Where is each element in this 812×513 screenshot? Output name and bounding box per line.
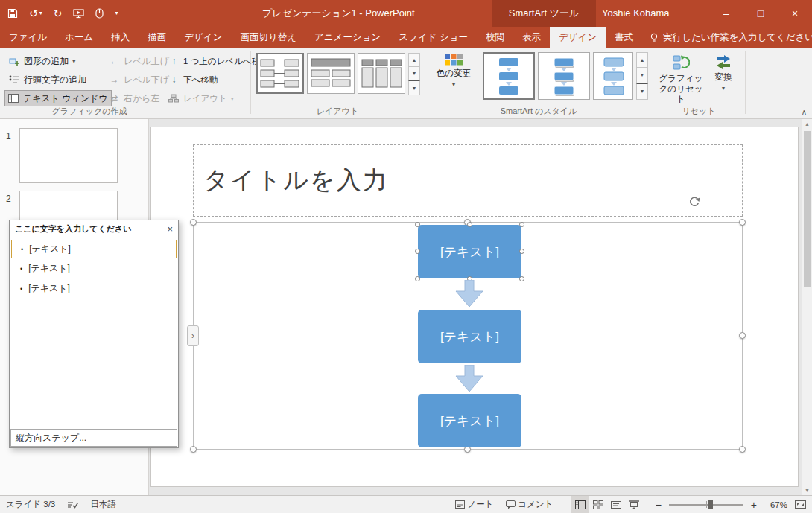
tab-slideshow[interactable]: スライド ショー	[390, 27, 477, 48]
layout-gallery-more-button[interactable]: ▼	[408, 80, 420, 95]
scrollbar-thumb[interactable]	[804, 131, 811, 287]
notes-button[interactable]: ノート	[455, 499, 494, 510]
layout-gallery-down-button[interactable]: ▼	[408, 67, 420, 80]
scroll-up-icon[interactable]: ▲	[802, 121, 812, 127]
shape-resize-handle[interactable]	[415, 222, 420, 227]
close-icon[interactable]: ×	[167, 223, 173, 235]
style-thumb-3-diagram	[594, 54, 632, 98]
convert-button[interactable]: 変換 ▾	[706, 52, 740, 92]
collapse-ribbon-button[interactable]: ∧	[802, 108, 807, 116]
tab-animations[interactable]: アニメーション	[305, 27, 390, 48]
right-to-left-button[interactable]: ⇄ 右から左	[106, 90, 163, 106]
reset-graphic-button[interactable]: グラフィックのリセット	[657, 52, 705, 104]
tell-me-box[interactable]: 実行したい作業を入力してください	[642, 27, 812, 48]
maximize-button[interactable]: □	[743, 0, 778, 27]
change-colors-button[interactable]: 色の変更 ▾	[431, 52, 477, 88]
layout-thumb-3[interactable]	[358, 53, 405, 94]
styles-gallery-up-button[interactable]: ▲	[636, 52, 648, 68]
view-normal-button[interactable]	[571, 496, 589, 513]
comments-button[interactable]: コメント	[506, 499, 554, 510]
slide-1-thumbnail[interactable]	[19, 128, 118, 183]
account-name[interactable]: Yoshie Kohama	[602, 0, 670, 27]
down-arrow-shape-1[interactable]	[454, 280, 485, 308]
move-down-button[interactable]: ↓ 下へ移動	[165, 71, 221, 88]
undo-button[interactable]: ↺▾	[29, 8, 42, 19]
shape-resize-handle[interactable]	[467, 222, 472, 227]
tab-insert[interactable]: 挿入	[102, 27, 139, 48]
window-title: プレゼンテーション1 - PowerPoint	[262, 0, 415, 27]
down-arrow-shape-2[interactable]	[454, 365, 485, 393]
scroll-down-icon[interactable]: ▼	[802, 488, 812, 493]
shape-resize-handle[interactable]	[519, 276, 524, 281]
smartart-shape-1[interactable]: [テキスト]	[418, 225, 521, 278]
text-pane-icon	[8, 94, 19, 103]
text-pane-item-2[interactable]: • [テキスト]	[10, 258, 178, 278]
move-up-icon: ↑	[168, 56, 180, 66]
styles-gallery-down-button[interactable]: ▼	[636, 68, 648, 83]
change-colors-icon	[445, 54, 463, 66]
tab-home[interactable]: ホーム	[56, 27, 102, 48]
view-slide-sorter-button[interactable]	[589, 496, 607, 513]
resize-handle[interactable]	[739, 446, 746, 453]
tab-draw[interactable]: 描画	[139, 27, 175, 48]
text-pane-item-1[interactable]: • [テキスト]	[11, 240, 177, 258]
smartart-shape-3[interactable]: [テキスト]	[418, 394, 521, 447]
layout-thumb-2[interactable]	[307, 53, 355, 94]
smartart-style-thumb-2[interactable]	[538, 52, 590, 100]
styles-gallery-more-button[interactable]: ▼	[636, 83, 648, 100]
tab-review[interactable]: 校閲	[477, 27, 513, 48]
resize-handle[interactable]	[190, 446, 197, 453]
zoom-in-button[interactable]: +	[749, 499, 759, 511]
text-pane-toggle-button[interactable]: テキスト ウィンドウ	[4, 90, 112, 106]
title-placeholder[interactable]: タイトルを入力	[193, 144, 743, 217]
rotate-handle-icon[interactable]	[688, 195, 701, 208]
layout-button[interactable]: レイアウト ▾	[165, 90, 237, 106]
start-from-beginning-button[interactable]	[73, 9, 84, 19]
resize-handle[interactable]	[739, 332, 746, 339]
minimize-button[interactable]: –	[709, 0, 743, 27]
shape-resize-handle[interactable]	[519, 222, 524, 227]
layout-thumb-1[interactable]	[256, 53, 304, 94]
resize-handle[interactable]	[739, 219, 746, 226]
smartart-style-thumb-1[interactable]	[483, 52, 535, 100]
spell-check-button[interactable]	[67, 500, 78, 509]
text-pane-collapse-tab[interactable]: ›	[187, 325, 199, 346]
slide-canvas[interactable]: タイトルを入力 › [テキスト]	[150, 127, 799, 487]
redo-button[interactable]: ↻	[54, 8, 63, 19]
tab-smartart-design[interactable]: デザイン	[550, 27, 606, 48]
zoom-slider[interactable]	[669, 499, 743, 510]
add-shape-button[interactable]: 図形の追加 ▾	[6, 53, 78, 69]
tab-design[interactable]: デザイン	[175, 27, 231, 48]
fit-slide-button[interactable]	[795, 500, 806, 509]
resize-handle[interactable]	[190, 219, 197, 226]
text-pane-layout-name[interactable]: 縦方向ステップ...	[10, 429, 177, 447]
layout-icon	[168, 94, 180, 103]
promote-button[interactable]: ← レベル上げ	[106, 53, 172, 69]
tab-view[interactable]: 表示	[513, 27, 550, 48]
view-reading-button[interactable]	[607, 496, 625, 513]
smartart-style-thumb-3[interactable]	[593, 52, 633, 100]
smartart-shape-2[interactable]: [テキスト]	[418, 310, 521, 363]
tab-transitions[interactable]: 画面切り替え	[231, 27, 305, 48]
shape-resize-handle[interactable]	[519, 249, 524, 254]
demote-label: レベル下げ	[124, 74, 169, 86]
save-button[interactable]	[7, 8, 18, 19]
tab-file[interactable]: ファイル	[0, 27, 56, 48]
language-indicator[interactable]: 日本語	[90, 499, 116, 510]
touch-mouse-mode-button[interactable]	[95, 8, 104, 19]
qat-customize-button[interactable]: ▾	[115, 10, 118, 16]
smartart-frame[interactable]: › [テキスト]	[193, 222, 743, 450]
shape-resize-handle[interactable]	[415, 276, 420, 281]
shape-resize-handle[interactable]	[415, 249, 420, 254]
view-slideshow-button[interactable]	[625, 496, 643, 513]
layout-gallery-up-button[interactable]: ▲	[408, 53, 420, 67]
zoom-slider-handle[interactable]	[708, 500, 713, 509]
vertical-scrollbar[interactable]: ▲ ▼	[802, 119, 812, 495]
close-button[interactable]: ×	[778, 0, 812, 27]
zoom-out-button[interactable]: −	[653, 499, 664, 511]
zoom-level[interactable]: 67%	[762, 500, 787, 509]
text-pane-item-3[interactable]: • [テキスト]	[10, 278, 178, 299]
tab-smartart-format[interactable]: 書式	[606, 27, 642, 48]
demote-button[interactable]: → レベル下げ	[106, 71, 172, 88]
add-bullet-button[interactable]: 行頭文字の追加	[6, 71, 89, 88]
